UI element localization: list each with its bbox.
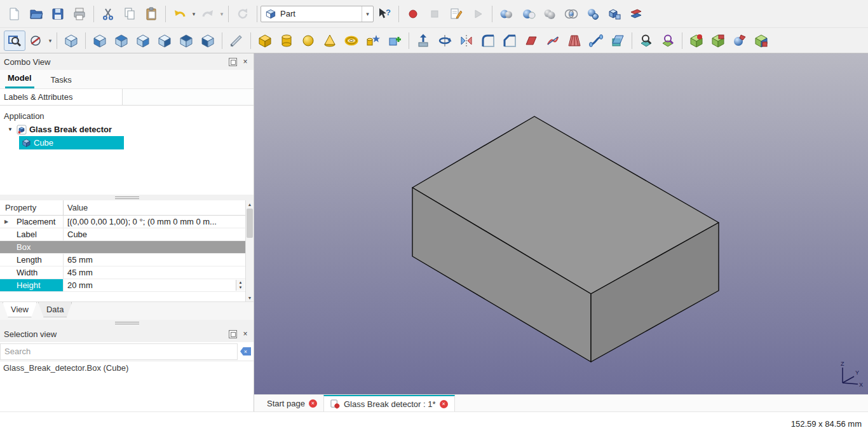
print-button[interactable] xyxy=(69,4,90,24)
height-spinbox[interactable]: ▲▼ xyxy=(236,280,245,291)
cone-icon xyxy=(322,33,337,48)
clear-search-icon[interactable]: × xyxy=(240,347,251,356)
panel-splitter[interactable] xyxy=(0,320,254,326)
workbench-selector[interactable]: Part ▾ xyxy=(261,6,374,22)
whats-this-button[interactable]: ? xyxy=(374,4,395,24)
property-scrollbar[interactable]: ▲ ▼ xyxy=(245,200,254,301)
part-compound-button[interactable] xyxy=(604,4,625,24)
part-boolean-button[interactable] xyxy=(496,4,517,24)
section-button[interactable] xyxy=(607,31,628,51)
tree-item-application[interactable]: Application xyxy=(0,109,254,123)
torus-primitive-button[interactable] xyxy=(341,31,362,51)
loft-button[interactable] xyxy=(564,31,585,51)
caret-down-icon[interactable]: ▼ xyxy=(8,127,14,132)
tab-data[interactable]: Data xyxy=(38,302,72,317)
tree-item-document[interactable]: ▼ Glass Break detector xyxy=(0,123,254,136)
sphere-primitive-button[interactable] xyxy=(297,31,319,51)
panel-splitter[interactable] xyxy=(0,195,254,200)
float-panel-button[interactable] xyxy=(229,58,237,66)
save-button[interactable] xyxy=(47,4,69,24)
search-input[interactable] xyxy=(0,343,238,360)
close-tab-icon[interactable]: × xyxy=(309,399,317,408)
tree-item-cube[interactable]: Cube xyxy=(19,136,124,149)
box-primitive-button[interactable] xyxy=(254,31,276,51)
spin-up-icon[interactable]: ▲ xyxy=(239,280,243,286)
close-tab-icon[interactable]: × xyxy=(440,400,448,408)
property-row-placement[interactable]: ▶Placement [(0,00 0,00 1,00); 0 °; (0 mm… xyxy=(0,216,245,228)
scroll-up-icon[interactable]: ▲ xyxy=(246,200,254,208)
right-view-button[interactable] xyxy=(132,31,154,51)
scrollbar-thumb[interactable] xyxy=(247,209,253,238)
property-row-height[interactable]: Height 20 mm ▲▼ xyxy=(0,279,245,292)
part-cut-button[interactable] xyxy=(517,4,539,24)
axonometric-view-button[interactable] xyxy=(60,31,82,51)
macro-stop-button[interactable] xyxy=(424,4,445,24)
extrude-button[interactable] xyxy=(412,31,434,51)
primitives-button[interactable] xyxy=(362,31,384,51)
cut-button[interactable] xyxy=(97,4,119,24)
open-document-button[interactable] xyxy=(25,4,47,24)
cylinder-primitive-button[interactable] xyxy=(276,31,297,51)
scene-canvas[interactable] xyxy=(254,53,868,394)
bottom-view-button[interactable] xyxy=(175,31,197,51)
tab-model[interactable]: Model xyxy=(5,70,34,88)
selection-list-item[interactable]: Glass_Break_detector.Box (Cube) xyxy=(0,361,254,374)
tab-view[interactable]: View xyxy=(3,302,37,317)
defeature-1-button[interactable] xyxy=(686,31,707,51)
scroll-down-icon[interactable]: ▼ xyxy=(246,294,254,301)
spin-down-icon[interactable]: ▼ xyxy=(239,286,243,291)
macro-edit-button[interactable] xyxy=(445,4,467,24)
property-row-width[interactable]: Width 45 mm xyxy=(0,266,245,279)
revolve-button[interactable] xyxy=(434,31,456,51)
sweep-button[interactable] xyxy=(585,31,607,51)
shape-builder-button[interactable] xyxy=(384,31,405,51)
cone-primitive-button[interactable] xyxy=(319,31,341,51)
tab-tasks[interactable]: Tasks xyxy=(48,72,74,88)
fillet-button[interactable] xyxy=(477,31,499,51)
float-panel-button[interactable] xyxy=(229,330,237,338)
left-view-button[interactable] xyxy=(197,31,219,51)
part-join-button[interactable] xyxy=(582,4,604,24)
new-document-button[interactable] xyxy=(4,4,25,24)
defeature-4-button[interactable] xyxy=(750,31,772,51)
caret-right-icon[interactable]: ▶ xyxy=(4,219,8,224)
front-view-button[interactable] xyxy=(89,31,111,51)
part-split-button[interactable] xyxy=(625,4,647,24)
property-row-label[interactable]: Label Cube xyxy=(0,228,245,241)
refresh-button[interactable] xyxy=(232,4,254,24)
close-panel-button[interactable]: × xyxy=(241,329,250,338)
defeature-3-button[interactable] xyxy=(729,31,750,51)
fit-all-button[interactable] xyxy=(4,31,25,51)
top-view-button[interactable] xyxy=(111,31,132,51)
macro-record-button[interactable] xyxy=(402,4,424,24)
macro-play-button[interactable] xyxy=(467,4,489,24)
defeature-2-button[interactable] xyxy=(707,31,729,51)
check-geometry-button[interactable] xyxy=(635,31,657,51)
workbench-dropdown-button[interactable]: ▾ xyxy=(362,6,373,22)
copy-button[interactable] xyxy=(119,4,140,24)
refine-shape-button[interactable] xyxy=(657,31,679,51)
draw-style-dropdown-arrow[interactable]: ▾ xyxy=(47,38,53,44)
rear-view-button[interactable] xyxy=(154,31,175,51)
redo-dropdown-arrow[interactable]: ▾ xyxy=(219,11,225,17)
ruled-surface-button[interactable] xyxy=(542,31,564,51)
workbench-selector-value: Part xyxy=(280,9,358,18)
part-union-button[interactable] xyxy=(539,4,560,24)
make-face-button[interactable] xyxy=(520,31,542,51)
chamfer-button[interactable] xyxy=(499,31,520,51)
mirror-button[interactable] xyxy=(456,31,477,51)
part-intersection-button[interactable] xyxy=(560,4,582,24)
tab-glass-break-detector[interactable]: Glass Break detector : 1* × xyxy=(323,395,455,411)
undo-button[interactable] xyxy=(169,4,191,24)
close-panel-button[interactable]: × xyxy=(241,57,250,66)
draw-style-button[interactable] xyxy=(25,31,47,51)
property-group-box[interactable]: Box xyxy=(0,241,245,254)
redo-button[interactable] xyxy=(197,4,219,24)
3d-viewport[interactable]: Z Y X xyxy=(254,53,868,394)
paste-button[interactable] xyxy=(140,4,162,24)
measure-button[interactable] xyxy=(226,31,247,51)
undo-dropdown-arrow[interactable]: ▾ xyxy=(191,11,197,17)
tab-start-page[interactable]: Start page × xyxy=(261,395,323,411)
property-row-length[interactable]: Length 65 mm xyxy=(0,254,245,266)
height-value[interactable]: 20 mm ▲▼ xyxy=(64,279,245,291)
